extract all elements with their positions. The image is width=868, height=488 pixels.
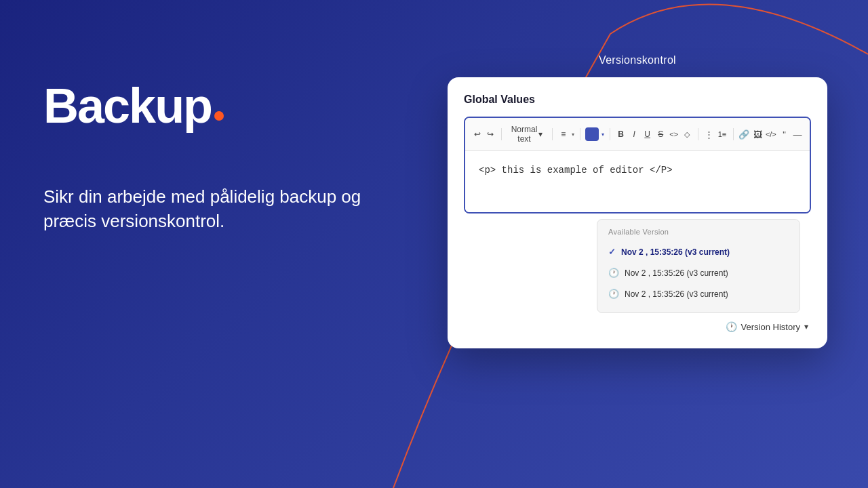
hr-button[interactable]: — [792,126,803,142]
check-icon: ✓ [608,247,616,257]
versionskontrol-label: Versionskontrol [448,54,827,66]
chevron-down-icon: ▾ [538,129,542,139]
toolbar-sep-4 [610,128,610,140]
version-history-bar[interactable]: 🕐 Version History ▾ [464,313,811,332]
strikethrough-button[interactable]: S [655,126,666,142]
line-height-button[interactable]: ≡ [558,126,569,142]
version-item-3-label: Nov 2 , 15:35:26 (v3 current) [625,289,728,299]
undo-button[interactable]: ↩ [472,126,483,142]
color-button[interactable] [585,127,599,141]
version-item-2[interactable]: 🕐 Nov 2 , 15:35:26 (v3 current) [597,262,800,283]
clock-icon-3: 🕐 [608,289,619,299]
link-button[interactable]: 🔗 [738,126,749,142]
text-format-select[interactable]: Normal text ▾ [507,123,547,145]
remove-format-button[interactable]: ◇ [682,126,692,142]
tagline: Sikr din arbejde med pålidelig backup og… [43,184,369,234]
bold-button[interactable]: B [616,126,627,142]
left-section: Backup Sikr din arbejde med pålidelig ba… [43,81,369,234]
blockquote-button[interactable]: " [779,126,790,142]
logo-dot [214,111,224,121]
version-item-1[interactable]: ✓ Nov 2 , 15:35:26 (v3 current) [597,241,800,262]
color-chevron-icon: ▾ [601,131,604,138]
toolbar-sep-6 [733,128,734,140]
toolbar-sep-1 [501,128,502,140]
editor-content[interactable]: <p> this is example of editor </P> [465,151,810,212]
text-format-label: Normal text [511,125,538,144]
version-item-3[interactable]: 🕐 Nov 2 , 15:35:26 (v3 current) [597,283,800,304]
toolbar: ↩ ↪ Normal text ▾ ≡ ▾ ▾ [465,118,810,151]
popup-header: Available Version [597,228,800,241]
logo-text: Backup [43,81,212,130]
color-selector[interactable]: ▾ [585,127,604,141]
version-history-label: Version History [741,322,800,332]
bullet-list-button[interactable]: ⋮ [704,126,715,142]
chevron-down-icon-lh: ▾ [572,131,574,138]
logo: Backup [43,81,369,130]
toolbar-sep-2 [552,128,553,140]
redo-button[interactable]: ↪ [486,126,496,142]
clock-icon-2: 🕐 [608,268,619,278]
version-popup: Available Version ✓ Nov 2 , 15:35:26 (v3… [597,219,800,313]
underline-button[interactable]: U [642,126,653,142]
right-section: Versionskontrol Global Values ↩ ↪ Normal… [448,54,827,348]
clock-icon-history: 🕐 [726,321,737,332]
version-item-1-label: Nov 2 , 15:35:26 (v3 current) [621,247,730,257]
toolbar-sep-3 [580,128,580,140]
version-item-2-label: Nov 2 , 15:35:26 (v3 current) [625,268,728,278]
image-button[interactable]: 🖼 [752,126,763,142]
version-history-chevron-icon: ▾ [804,322,808,331]
editor-wrapper: ↩ ↪ Normal text ▾ ≡ ▾ ▾ [464,117,811,214]
editor-card: Global Values ↩ ↪ Normal text ▾ ≡ ▾ [448,77,827,348]
card-title: Global Values [464,94,811,106]
toolbar-sep-5 [698,128,698,140]
code-block-button[interactable]: </> [766,126,776,142]
version-section: Available Version ✓ Nov 2 , 15:35:26 (v3… [464,214,811,313]
italic-button[interactable]: I [629,126,639,142]
editor-text: <p> this is example of editor </P> [479,165,673,176]
code-button[interactable]: <> [669,126,679,142]
ordered-list-button[interactable]: 1≡ [717,126,728,142]
